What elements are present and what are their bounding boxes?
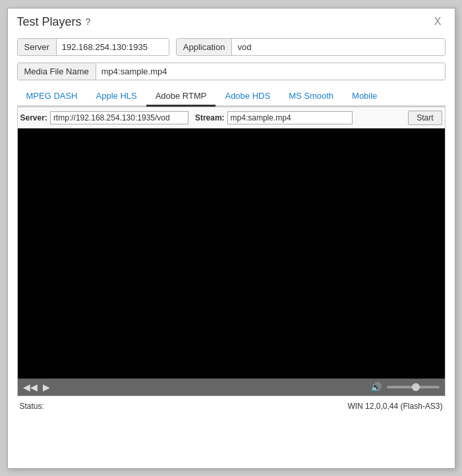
media-file-row: Media File Name [17,63,446,80]
tab-mpeg-dash[interactable]: MPEG DASH [17,87,87,107]
player-stream-input[interactable] [227,111,353,124]
main-window: Test Players ? X Server Application Medi… [7,8,455,469]
tab-mobile[interactable]: Mobile [343,87,386,107]
volume-slider[interactable] [387,386,440,388]
player-server-input[interactable] [50,111,188,124]
tab-apple-hls[interactable]: Apple HLS [87,87,146,107]
player-stream-label: Stream: [195,113,225,122]
help-icon[interactable]: ? [86,16,91,27]
media-file-field-group: Media File Name [17,63,446,80]
server-label: Server [18,39,57,55]
player-server-label: Server: [20,113,47,122]
volume-thumb [412,383,420,391]
player-controls-bar: Server: Stream: Start [17,107,446,128]
server-field-group: Server [17,38,169,56]
application-field-group: Application [176,38,446,56]
status-bar: Status: WIN 12,0,0,44 (Flash-AS3) [17,399,446,411]
server-application-row: Server Application [17,38,446,56]
start-button[interactable]: Start [408,111,442,125]
media-file-input[interactable] [96,63,445,80]
application-input[interactable] [232,39,444,55]
volume-icon: 🔊 [370,382,382,392]
status-label: Status: [20,402,44,411]
close-button[interactable]: X [430,15,446,28]
tabs-row: MPEG DASH Apple HLS Adobe RTMP Adobe HDS… [17,87,446,107]
status-info: WIN 12,0,0,44 (Flash-AS3) [347,402,442,411]
tab-ms-smooth[interactable]: MS Smooth [279,87,343,107]
rewind-button[interactable]: ◀◀ [23,382,38,392]
tab-adobe-rtmp[interactable]: Adobe RTMP [146,87,216,107]
window-title: Test Players [17,15,82,29]
application-label: Application [177,39,233,55]
player-bottom-bar: ◀◀ ▶ 🔊 [17,379,446,396]
server-input[interactable] [57,39,169,55]
title-bar: Test Players ? X [17,15,446,29]
title-bar-left: Test Players ? [17,15,91,29]
play-button[interactable]: ▶ [43,382,50,392]
tab-adobe-hds[interactable]: Adobe HDS [216,87,279,107]
media-file-label: Media File Name [18,63,96,80]
video-player-area [17,128,446,379]
